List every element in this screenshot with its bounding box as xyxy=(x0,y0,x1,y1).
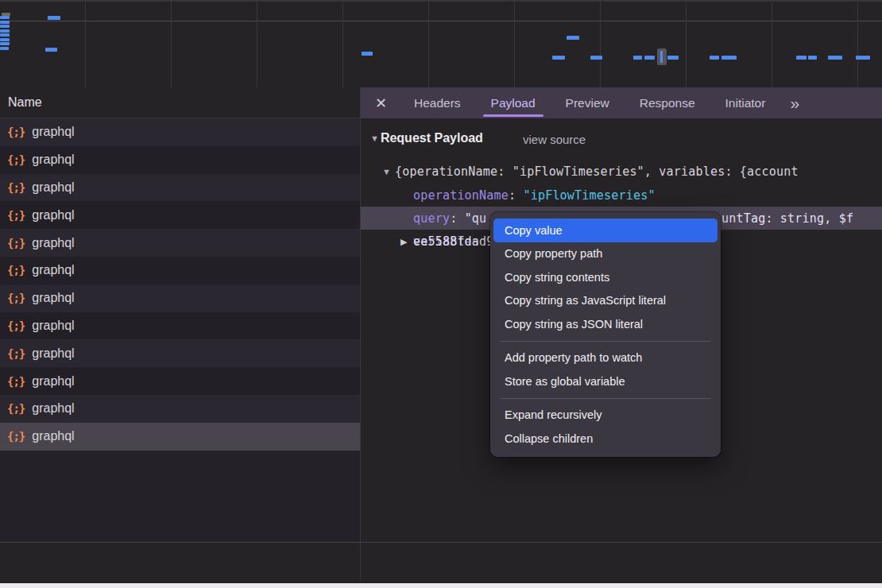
overview-gridline xyxy=(342,2,343,89)
request-timing-bar[interactable] xyxy=(710,56,719,60)
menu-separator xyxy=(500,398,711,399)
json-braces-icon: {;} xyxy=(7,126,25,138)
view-source-link[interactable]: view source xyxy=(523,133,586,146)
request-row[interactable]: {;}graphql xyxy=(0,339,360,367)
tab-initiator[interactable]: Initiator xyxy=(710,87,781,118)
overview-gridline xyxy=(257,2,257,89)
pane-divider[interactable] xyxy=(360,87,361,581)
status-bar-area xyxy=(0,543,882,583)
request-name: graphql xyxy=(32,374,74,389)
menu-separator xyxy=(500,341,711,342)
tab-payload[interactable]: Payload xyxy=(476,87,551,118)
request-timing-bar[interactable] xyxy=(48,16,60,20)
request-timing-bar[interactable] xyxy=(590,56,602,60)
menu-item-copy-string-as-json-literal[interactable]: Copy string as JSON literal xyxy=(493,312,718,336)
json-braces-icon: {;} xyxy=(7,264,25,277)
overview-gridline xyxy=(514,2,515,89)
request-name: graphql xyxy=(32,291,74,305)
menu-item-store-as-global-variable[interactable]: Store as global variable xyxy=(493,369,718,393)
property-value-fragment: "qu xyxy=(465,211,487,226)
request-row[interactable]: {;}graphql xyxy=(0,423,360,451)
request-timing-bar[interactable] xyxy=(856,56,870,60)
request-timing-bar[interactable] xyxy=(796,56,807,60)
request-timing-bar[interactable] xyxy=(644,56,655,60)
tab-response[interactable]: Response xyxy=(625,87,710,118)
json-root-preview: {operationName: "ipFlowTimeseries", vari… xyxy=(395,164,799,179)
request-payload-section[interactable]: ▼ Request Payload xyxy=(370,131,483,145)
close-icon[interactable]: ✕ xyxy=(375,87,399,118)
request-timing-bar[interactable] xyxy=(0,38,10,41)
request-timing-bar[interactable] xyxy=(0,21,10,24)
request-row[interactable]: {;}graphql xyxy=(0,367,360,395)
request-row[interactable]: {;}graphql xyxy=(0,257,360,284)
request-name: graphql xyxy=(32,346,74,361)
devtools-window: Name {;}graphql{;}graphql{;}graphql{;}gr… xyxy=(0,0,882,588)
request-timing-bar[interactable] xyxy=(0,16,10,19)
json-braces-icon: {;} xyxy=(7,153,25,166)
overview-gridline xyxy=(857,2,858,89)
request-timing-bar[interactable] xyxy=(0,25,10,28)
selected-request-marker[interactable] xyxy=(657,48,667,65)
request-timing-bar[interactable] xyxy=(0,47,9,50)
expand-arrow-icon[interactable]: ▶ xyxy=(400,237,407,247)
json-braces-icon: {;} xyxy=(7,402,25,415)
request-row[interactable]: {;}graphql xyxy=(0,395,360,423)
menu-item-collapse-children[interactable]: Collapse children xyxy=(493,427,718,451)
request-timing-bar[interactable] xyxy=(45,48,57,52)
overview-divider-line xyxy=(0,21,882,21)
json-braces-icon: {;} xyxy=(7,292,25,304)
request-row[interactable]: {;}graphql xyxy=(0,201,360,229)
menu-item-copy-string-contents[interactable]: Copy string contents xyxy=(493,265,718,289)
menu-item-copy-string-as-javascript-literal[interactable]: Copy string as JavaScript literal xyxy=(493,289,718,313)
overview-gridline xyxy=(85,2,86,89)
request-timing-bar[interactable] xyxy=(828,56,842,60)
json-root-row[interactable]: ▼ {operationName: "ipFlowTimeseries", va… xyxy=(361,161,882,183)
request-name: graphql xyxy=(32,429,74,443)
collapse-arrow-icon[interactable]: ▼ xyxy=(370,133,379,143)
request-row[interactable]: {;}graphql xyxy=(0,284,360,312)
context-menu: Copy valueCopy property pathCopy string … xyxy=(490,212,721,457)
menu-item-add-property-path-to-watch[interactable]: Add property path to watch xyxy=(493,346,718,370)
request-timing-bar[interactable] xyxy=(567,36,579,40)
request-row[interactable]: {;}graphql xyxy=(0,146,360,174)
request-row[interactable]: {;}graphql xyxy=(0,174,360,202)
network-main-area: Name {;}graphql{;}graphql{;}graphql{;}gr… xyxy=(0,87,882,542)
request-timing-bar[interactable] xyxy=(0,42,10,45)
property-value: "ipFlowTimeseries" xyxy=(523,188,655,203)
request-timing-bar[interactable] xyxy=(552,56,565,60)
menu-item-expand-recursively[interactable]: Expand recursively xyxy=(493,404,718,427)
more-tabs-icon[interactable]: » xyxy=(780,87,807,118)
property-key: operationName xyxy=(413,188,509,203)
menu-item-copy-value[interactable]: Copy value xyxy=(493,219,718,242)
request-timing-bar[interactable] xyxy=(721,56,737,60)
request-timing-bar[interactable] xyxy=(633,56,642,60)
request-name: graphql xyxy=(32,319,74,333)
property-key: query xyxy=(413,211,450,226)
request-name: graphql xyxy=(32,263,74,277)
request-timing-bar[interactable] xyxy=(667,56,679,60)
json-row-operationname[interactable]: operationName: "ipFlowTimeseries" xyxy=(361,184,882,207)
request-row[interactable]: {;}graphql xyxy=(0,229,360,257)
network-overview-timeline[interactable] xyxy=(0,0,882,90)
tab-preview[interactable]: Preview xyxy=(551,87,625,118)
collapse-arrow-icon[interactable]: ▼ xyxy=(382,167,391,176)
request-name: graphql xyxy=(32,153,74,167)
request-timing-bar[interactable] xyxy=(0,29,10,33)
request-timing-bar[interactable] xyxy=(0,33,10,37)
tab-headers[interactable]: Headers xyxy=(399,87,476,118)
request-timing-bar[interactable] xyxy=(808,56,817,60)
json-braces-icon: {;} xyxy=(7,209,25,222)
request-list: {;}graphql{;}graphql{;}graphql{;}graphql… xyxy=(0,118,360,451)
menu-item-copy-property-path[interactable]: Copy property path xyxy=(493,242,718,266)
window-bottom-edge xyxy=(0,583,882,588)
request-name: graphql xyxy=(32,401,74,416)
column-header-name[interactable]: Name xyxy=(0,87,360,118)
property-value-fragment: untTag: string, $f xyxy=(721,211,853,226)
json-braces-icon: {;} xyxy=(7,319,25,332)
overview-gridline xyxy=(428,2,429,89)
request-row[interactable]: {;}graphql xyxy=(0,312,360,340)
request-timing-bar[interactable] xyxy=(362,52,373,56)
json-braces-icon: {;} xyxy=(7,375,25,388)
request-row[interactable]: {;}graphql xyxy=(0,118,360,146)
json-braces-icon: {;} xyxy=(7,347,25,360)
